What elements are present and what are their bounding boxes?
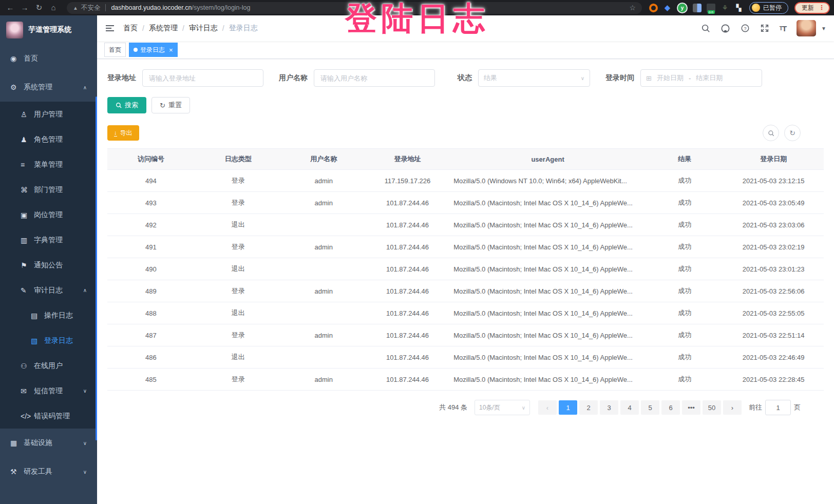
sidebar-item-error-code-management[interactable]: </>错误码管理	[0, 403, 97, 429]
breadcrumb-item[interactable]: 系统管理	[149, 24, 178, 33]
pager: ‹123456•••50›	[538, 400, 742, 415]
extension-icon-puzzle[interactable]: ▚	[734, 4, 743, 12]
sidebar-item-menu-management[interactable]: ≡菜单管理	[0, 152, 97, 177]
sidebar-item-online-user[interactable]: ⚇在线用户	[0, 353, 97, 378]
github-icon[interactable]	[721, 24, 730, 33]
search-icon[interactable]	[701, 24, 710, 33]
address-bar[interactable]: ▲ 不安全 dashboard.yudao.iocoder.cn /system…	[67, 2, 642, 14]
page-button-3[interactable]: 3	[600, 400, 618, 415]
extension-badge: on	[708, 10, 715, 14]
cell-id: 491	[107, 236, 195, 258]
sidebar-item-dict-management[interactable]: ▥字典管理	[0, 227, 97, 253]
font-size-icon[interactable]: TT	[780, 24, 786, 33]
cell-login-date: 2021-05-03 22:28:45	[723, 369, 824, 391]
breadcrumb-item[interactable]: 首页	[123, 24, 138, 33]
column-header: userAgent	[449, 149, 646, 170]
sidebar-item-dev-tools[interactable]: ⚒研发工具∨	[0, 457, 97, 486]
download-icon: ↓	[114, 130, 117, 137]
more-pages-button[interactable]: •••	[682, 400, 700, 415]
sidebar-item-user-management[interactable]: ♙用户管理	[0, 102, 97, 127]
table-row: 487登录admin101.87.244.46Mozilla/5.0 (Maci…	[107, 324, 824, 346]
status-label: 状态	[458, 73, 478, 83]
login-address-label: 登录地址	[107, 73, 142, 83]
avatar[interactable]	[797, 20, 816, 36]
tools-icon: ⚒	[10, 468, 24, 476]
cell-user-agent: Mozilla/5.0 (Macintosh; Intel Mac OS X 1…	[449, 346, 646, 369]
page-button-1[interactable]: 1	[559, 400, 577, 415]
login-time-range-picker[interactable]: ⊞ 开始日期 - 结束日期	[640, 69, 762, 87]
page-content: 登录地址 用户名称 状态 结果 ∨ 登录时间 ⊞	[97, 59, 834, 504]
active-dot-icon	[134, 48, 138, 52]
hamburger-icon[interactable]	[105, 23, 115, 33]
page-button-4[interactable]: 4	[620, 400, 639, 415]
browser-reload-icon[interactable]: ↻	[33, 2, 45, 14]
prev-page-button[interactable]: ‹	[538, 400, 557, 415]
search-button[interactable]: 搜索	[107, 97, 146, 113]
sidebar-item-label: 岗位管理	[34, 210, 63, 220]
fullscreen-icon[interactable]	[760, 24, 769, 33]
help-icon[interactable]: ?	[741, 24, 750, 33]
sidebar-item-operate-log[interactable]: ▤操作日志	[0, 303, 97, 328]
browser-forward-icon[interactable]: →	[18, 2, 31, 14]
sidebar-item-role-management[interactable]: ♟角色管理	[0, 127, 97, 152]
cell-id: 492	[107, 214, 195, 236]
sidebar-item-dept-management[interactable]: ⌘部门管理	[0, 177, 97, 202]
sidebar-item-infrastructure[interactable]: ▦基础设施∨	[0, 429, 97, 457]
tab-home[interactable]: 首页	[104, 43, 126, 57]
sidebar-item-audit-log[interactable]: ✎审计日志∧	[0, 278, 97, 303]
chevron-down-icon[interactable]: ▼	[821, 26, 826, 31]
chevron-down-icon: ∨	[581, 75, 584, 81]
sidebar-item-sms-management[interactable]: ✉短信管理∨	[0, 378, 97, 403]
bookmark-star-icon[interactable]: ☆	[629, 4, 636, 12]
app-logo[interactable]: 芋道管理系统	[0, 15, 97, 44]
sidebar-item-post-management[interactable]: ▣岗位管理	[0, 202, 97, 227]
page-button-6[interactable]: 6	[661, 400, 680, 415]
column-header: 结果	[646, 149, 723, 170]
login-address-input[interactable]	[142, 69, 263, 87]
sidebar-item-label: 部门管理	[34, 185, 63, 195]
sidebar-item-label: 角色管理	[34, 135, 63, 144]
date-start-placeholder: 开始日期	[657, 73, 684, 83]
status-select[interactable]: 结果 ∨	[478, 69, 590, 87]
sidebar-item-system-management[interactable]: ⚙系统管理∧	[0, 73, 97, 102]
page-button-50[interactable]: 50	[703, 400, 721, 415]
dashboard-icon: ◉	[10, 54, 24, 63]
extension-icon-list[interactable]: on	[707, 4, 715, 12]
breadcrumb-item[interactable]: 审计日志	[189, 24, 218, 33]
username-input[interactable]	[314, 69, 435, 87]
page-size-select[interactable]: 10条/页 ∨	[475, 400, 530, 415]
date-separator: -	[689, 74, 691, 82]
close-icon[interactable]: ×	[169, 46, 173, 54]
username-label: 用户名称	[279, 73, 314, 83]
extension-icon-orange-ring[interactable]	[649, 4, 658, 12]
sidebar-item-home[interactable]: ◉首页	[0, 44, 97, 73]
extension-icon-grid[interactable]	[693, 4, 702, 12]
next-page-button[interactable]: ›	[723, 400, 742, 415]
cell-user-agent: Mozilla/5.0 (Macintosh; Intel Mac OS X 1…	[449, 214, 646, 236]
browser-home-icon[interactable]: ⌂	[47, 2, 60, 14]
refresh-table-button[interactable]: ↻	[784, 125, 801, 141]
jump-page-input[interactable]	[765, 400, 791, 415]
page-button-2[interactable]: 2	[579, 400, 598, 415]
browser-update-button[interactable]: 更新 ⋮	[794, 2, 830, 14]
extension-icon-green-dot[interactable]: y	[677, 3, 688, 13]
extension-icon-blue-gem[interactable]: ◆	[663, 4, 672, 12]
sidebar-item-login-log[interactable]: ▧登录日志	[0, 328, 97, 353]
toggle-search-button[interactable]	[763, 125, 779, 141]
browser-menu-icon[interactable]: ⋮	[819, 4, 825, 11]
cell-result: 成功	[646, 236, 723, 258]
browser-back-icon[interactable]: ←	[4, 2, 16, 14]
cell-result: 成功	[646, 369, 723, 391]
sidebar-item-notice[interactable]: ⚑通知公告	[0, 253, 97, 278]
extension-icon-leaf[interactable]: ⚘	[721, 4, 729, 12]
export-button[interactable]: ↓ 导出	[107, 125, 139, 141]
reset-button[interactable]: ↻ 重置	[151, 97, 190, 113]
cell-user-agent: Mozilla/5.0 (Macintosh; Intel Mac OS X 1…	[449, 324, 646, 346]
sidebar-scrollbar-thumb[interactable]	[96, 96, 97, 440]
tab-login-log[interactable]: 登录日志×	[129, 43, 178, 57]
paused-badge[interactable]: 已暂停	[749, 2, 788, 14]
user-icon: ♙	[21, 110, 34, 119]
sidebar-item-label: 菜单管理	[34, 160, 63, 169]
page-button-5[interactable]: 5	[641, 400, 659, 415]
extensions-strip: ◆yon⚘▚	[649, 3, 743, 13]
